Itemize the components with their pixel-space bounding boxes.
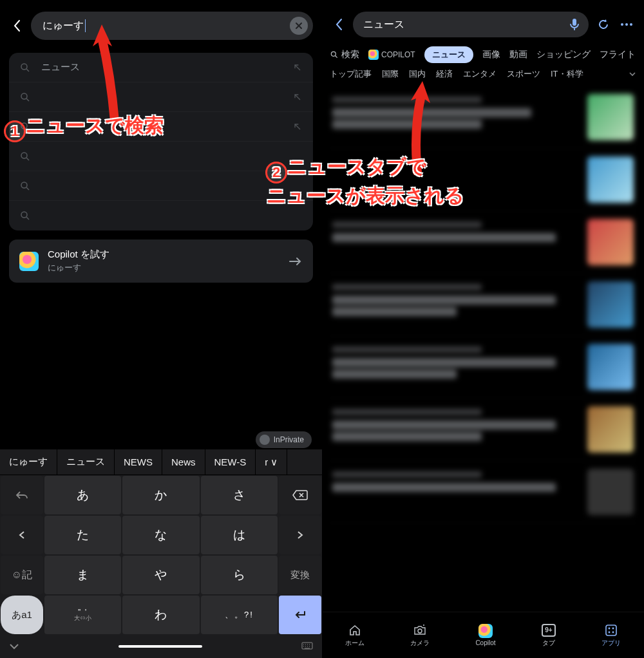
nav-home[interactable]: ホーム bbox=[345, 623, 365, 648]
tabs-count-badge: 9+ bbox=[542, 624, 556, 637]
candidate-row: にゅーす ニュース NEWS News NEW-S r ∨ bbox=[0, 449, 322, 475]
cat-ent[interactable]: エンタメ bbox=[463, 68, 497, 80]
key-ta[interactable]: た bbox=[44, 516, 121, 554]
search-top-bar: にゅーす bbox=[0, 0, 322, 48]
tab-news-active[interactable]: ニュース bbox=[424, 46, 473, 63]
news-thumbnail bbox=[587, 281, 634, 328]
cat-more[interactable] bbox=[629, 71, 636, 77]
cat-economy[interactable]: 経済 bbox=[436, 68, 453, 80]
news-row[interactable] bbox=[328, 149, 638, 211]
key-sa[interactable]: さ bbox=[201, 476, 278, 514]
key-right[interactable] bbox=[279, 516, 321, 554]
phone-right-news: ニュース 検索 COPILOT ニュース 画像 動画 bbox=[322, 0, 644, 658]
arrow-right-icon bbox=[289, 256, 303, 267]
reload-button[interactable] bbox=[595, 16, 612, 33]
tab-video[interactable]: 動画 bbox=[509, 49, 527, 61]
microphone-icon bbox=[569, 18, 580, 31]
key-ha[interactable]: は bbox=[201, 516, 278, 554]
suggestion-row[interactable]: ニュース bbox=[9, 53, 313, 82]
suggestion-row[interactable] bbox=[9, 142, 313, 171]
cat-it[interactable]: IT・科学 bbox=[551, 68, 583, 80]
search-icon bbox=[330, 50, 339, 59]
enter-icon bbox=[293, 610, 307, 620]
key-ka[interactable]: か bbox=[122, 476, 199, 514]
more-button[interactable] bbox=[618, 16, 635, 33]
svg-point-2 bbox=[21, 123, 27, 129]
keyboard-collapse[interactable] bbox=[9, 643, 19, 650]
phone-left-search: にゅーす ニュース bbox=[0, 0, 322, 658]
svg-point-16 bbox=[609, 631, 611, 633]
key-punct[interactable]: 、。?! bbox=[201, 596, 278, 634]
suggestion-row[interactable] bbox=[9, 112, 313, 142]
candidate[interactable]: にゅーす bbox=[0, 449, 57, 475]
cat-sports[interactable]: スポーツ bbox=[507, 68, 540, 80]
address-bar[interactable]: ニュース bbox=[353, 12, 589, 37]
caret-right-icon bbox=[296, 531, 305, 540]
candidate[interactable]: r ∨ bbox=[256, 449, 287, 475]
nav-camera[interactable]: カメラ bbox=[410, 623, 430, 648]
more-horizontal-icon bbox=[620, 23, 633, 26]
nav-copilot[interactable]: Copilot bbox=[475, 624, 495, 646]
insert-arrow-icon[interactable] bbox=[292, 122, 303, 132]
search-input-value: にゅーす bbox=[43, 19, 84, 33]
key-ma[interactable]: ま bbox=[44, 556, 121, 594]
tab-flight[interactable]: フライト bbox=[600, 49, 636, 61]
suggestion-row[interactable] bbox=[9, 201, 313, 230]
key-left[interactable] bbox=[1, 516, 43, 554]
search-icon bbox=[19, 151, 31, 162]
news-row[interactable] bbox=[328, 336, 638, 399]
news-row[interactable] bbox=[328, 274, 638, 336]
news-row[interactable] bbox=[328, 399, 638, 461]
back-button[interactable] bbox=[9, 18, 24, 33]
svg-point-0 bbox=[21, 64, 27, 70]
key-backspace[interactable] bbox=[279, 476, 321, 514]
key-emoji-symbol[interactable]: ☺記 bbox=[1, 556, 43, 594]
suggestion-row[interactable] bbox=[9, 171, 313, 201]
news-feed[interactable] bbox=[322, 86, 644, 612]
keyboard: にゅーす ニュース NEWS News NEW-S r ∨ あ か さ た な … bbox=[0, 449, 322, 658]
search-icon bbox=[19, 180, 31, 192]
keyboard-switch[interactable] bbox=[301, 642, 313, 651]
toggle-knob-icon bbox=[260, 435, 270, 445]
key-enter[interactable] bbox=[279, 596, 321, 634]
copilot-try-card[interactable]: Copilot を試す にゅーす bbox=[9, 240, 313, 283]
news-row[interactable] bbox=[328, 86, 638, 149]
candidate[interactable]: NEW-S bbox=[205, 449, 256, 475]
inprivate-toggle[interactable]: InPrivate bbox=[256, 431, 312, 448]
clear-button[interactable] bbox=[290, 17, 308, 35]
nav-apps[interactable]: アプリ bbox=[601, 623, 621, 648]
insert-arrow-icon[interactable] bbox=[292, 92, 303, 102]
candidate[interactable]: News bbox=[162, 449, 205, 475]
news-row[interactable] bbox=[328, 461, 638, 523]
tab-search[interactable]: 検索 bbox=[330, 49, 359, 61]
key-undo[interactable] bbox=[1, 476, 43, 514]
back-button[interactable] bbox=[331, 17, 346, 32]
key-a[interactable]: あ bbox=[44, 476, 121, 514]
svg-point-11 bbox=[331, 52, 336, 56]
suggestion-row[interactable] bbox=[9, 82, 313, 112]
key-punct-toggle[interactable]: " ' 大⇔小 bbox=[44, 596, 121, 634]
candidate[interactable]: ニュース bbox=[57, 449, 115, 475]
key-ya[interactable]: や bbox=[122, 556, 199, 594]
tab-image[interactable]: 画像 bbox=[482, 49, 500, 61]
news-thumbnail bbox=[587, 469, 634, 515]
nav-tabs[interactable]: 9+ タブ bbox=[542, 623, 556, 648]
home-indicator bbox=[118, 645, 202, 648]
chevron-down-icon bbox=[629, 71, 636, 77]
voice-search-button[interactable] bbox=[567, 17, 582, 32]
search-input[interactable]: にゅーす bbox=[31, 12, 313, 40]
tab-copilot[interactable]: COPILOT bbox=[368, 50, 415, 60]
tab-shopping[interactable]: ショッピング bbox=[536, 49, 591, 61]
key-wa[interactable]: わ bbox=[122, 596, 199, 634]
key-henkan[interactable]: 変換 bbox=[279, 556, 321, 594]
cat-top[interactable]: トップ記事 bbox=[330, 68, 372, 80]
key-na[interactable]: な bbox=[122, 516, 199, 554]
key-mode[interactable]: あa1 bbox=[1, 596, 43, 634]
news-row[interactable] bbox=[328, 211, 638, 274]
candidate[interactable]: NEWS bbox=[115, 449, 162, 475]
cat-japan[interactable]: 国内 bbox=[409, 68, 426, 80]
key-ra[interactable]: ら bbox=[201, 556, 278, 594]
svg-point-15 bbox=[612, 627, 614, 629]
cat-world[interactable]: 国際 bbox=[382, 68, 399, 80]
insert-arrow-icon[interactable] bbox=[292, 62, 303, 73]
